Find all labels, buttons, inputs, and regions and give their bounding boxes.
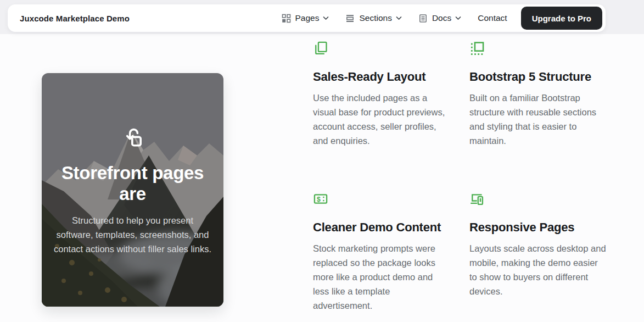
nav-item-label: Contact — [478, 13, 507, 23]
main-nav: Pages Sections — [273, 7, 603, 30]
copy-pages-icon — [313, 41, 450, 56]
stack-icon — [345, 14, 355, 23]
nav-item-sections[interactable]: Sections — [337, 13, 410, 23]
feature-title: Sales-Ready Layout — [313, 69, 450, 85]
chevron-down-icon — [323, 16, 329, 20]
feature-body: Layouts scale across desktop and mobile,… — [469, 241, 607, 298]
dotted-frame-icon — [469, 41, 607, 56]
hero-content: Storefront pages are Structured to help … — [42, 73, 223, 307]
feature-body: Built on a familiar Bootstrap structure … — [469, 91, 607, 148]
navbar: Juxcode Marketplace Demo Pages — [8, 4, 606, 32]
feature-title: Bootstrap 5 Structure — [469, 69, 607, 85]
banknote-dollar-icon: $ — [313, 191, 450, 207]
nav-item-contact[interactable]: Contact — [469, 13, 515, 23]
feature-title: Cleaner Demo Content — [313, 220, 450, 235]
hero-description: Structured to help you present software,… — [53, 213, 212, 256]
feature-body: Use the included pages as a visual base … — [313, 91, 450, 148]
nav-item-label: Docs — [432, 13, 451, 23]
feature-sales-ready-layout: Sales-Ready Layout Use the included page… — [313, 41, 450, 148]
page: Juxcode Marketplace Demo Pages — [0, 0, 644, 322]
chevron-down-icon — [455, 16, 461, 20]
file-text-icon — [418, 14, 428, 23]
nav-item-docs[interactable]: Docs — [410, 13, 469, 23]
feature-title: Responsive Pages — [469, 220, 607, 235]
hero-image-card[interactable]: Storefront pages are Structured to help … — [42, 73, 223, 307]
upgrade-to-pro-button[interactable]: Upgrade to Pro — [521, 7, 602, 30]
nav-item-label: Sections — [359, 13, 391, 23]
responsive-devices-icon — [469, 191, 607, 207]
nav-item-label: Pages — [295, 13, 320, 23]
feature-bootstrap-5-structure: Bootstrap 5 Structure Built on a familia… — [469, 41, 607, 148]
feature-body: Stock marketing prompts were replaced so… — [313, 241, 450, 313]
tap-link-icon — [120, 124, 145, 152]
svg-text:$: $ — [317, 196, 321, 203]
feature-cleaner-demo-content: $ Cleaner Demo Content Stock marketing p… — [313, 191, 450, 313]
nav-item-pages[interactable]: Pages — [273, 13, 338, 23]
feature-responsive-pages: Responsive Pages Layouts scale across de… — [469, 191, 607, 313]
hero-title: Storefront pages are — [53, 163, 212, 204]
brand-link[interactable]: Juxcode Marketplace Demo — [20, 14, 130, 23]
grid-icon — [282, 14, 291, 23]
chevron-down-icon — [396, 16, 402, 20]
features-grid: Sales-Ready Layout Use the included page… — [313, 41, 607, 313]
